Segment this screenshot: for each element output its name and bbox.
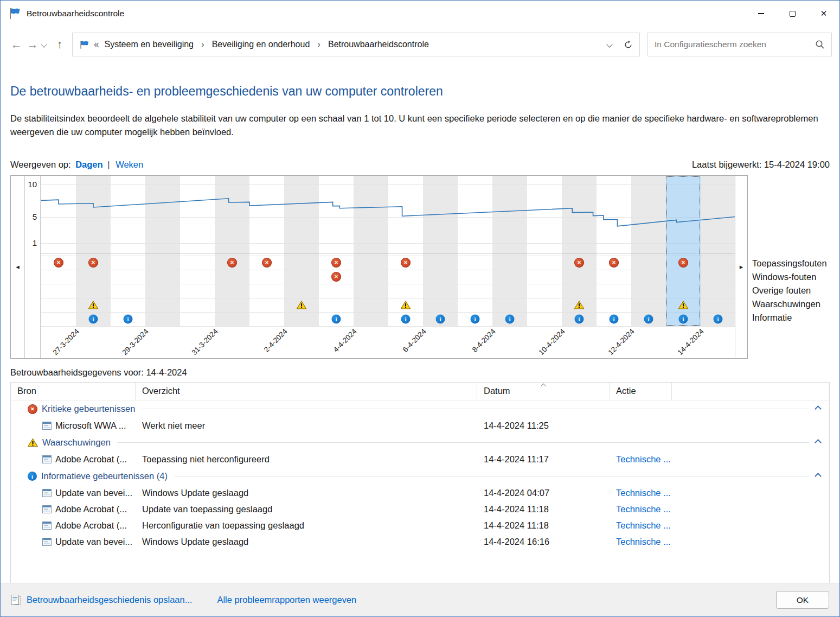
chart-row-gridline xyxy=(41,312,735,313)
event-source-cell: Adobe Acrobat (... xyxy=(11,504,136,514)
search-box[interactable] xyxy=(647,33,832,56)
forward-button[interactable]: → xyxy=(24,38,41,51)
minimize-button[interactable] xyxy=(745,1,777,27)
search-input[interactable] xyxy=(655,40,815,49)
details-table: Bron Overzicht Datum Actie ✕Kritieke geb… xyxy=(10,382,830,584)
ok-button[interactable]: OK xyxy=(776,591,829,609)
critical-event-icon: ✕ xyxy=(262,258,272,268)
group-divider-line xyxy=(142,409,809,409)
event-group-header[interactable]: iInformatieve gebeurtenissen (4) xyxy=(11,468,829,485)
event-row[interactable]: Adobe Acrobat (...Herconfiguratie van to… xyxy=(11,518,829,534)
reliability-flag-icon xyxy=(8,7,21,20)
y-axis-tick-label: 10 xyxy=(28,180,37,189)
critical-event-icon: ✕ xyxy=(54,258,63,268)
address-bar[interactable]: « Systeem en beveiliging › Beveiliging e… xyxy=(72,33,640,56)
reliability-monitor-window: Betrouwbaarheidscontrole ✕ ← → ↑ « Syste… xyxy=(0,0,840,617)
breadcrumb-item-reliability-monitor[interactable]: Betrouwbaarheidscontrole xyxy=(328,40,429,49)
column-header-overzicht[interactable]: Overzicht xyxy=(136,383,477,400)
event-date-cell: 14-4-2024 11:17 xyxy=(477,454,610,465)
event-source-text: Microsoft WWA ... xyxy=(55,421,126,431)
recent-pages-chevron-icon[interactable] xyxy=(41,41,47,47)
save-history-link[interactable]: Betrouwbaarheidsgeschiedenis opslaan... xyxy=(27,595,192,605)
application-window-icon xyxy=(42,538,52,546)
refresh-icon[interactable] xyxy=(624,40,633,49)
breadcrumb-item-system-and-security[interactable]: Systeem en beveiliging xyxy=(104,40,194,49)
control-panel-flag-icon xyxy=(79,40,89,50)
maximize-button[interactable] xyxy=(777,1,808,27)
application-window-icon xyxy=(42,521,52,530)
critical-event-icon: ✕ xyxy=(609,258,619,268)
event-row[interactable]: Adobe Acrobat (...Toepassing niet hercon… xyxy=(11,451,829,468)
information-icon: i xyxy=(679,314,688,323)
event-source-text: Update van bevei... xyxy=(55,488,132,498)
chart-scroll-right-button[interactable]: ▸ xyxy=(735,176,747,358)
event-date-cell: 14-4-2024 11:18 xyxy=(477,504,610,514)
technical-details-link[interactable]: Technische ... xyxy=(616,537,672,547)
view-options-row: Weergeven op: Dagen | Weken Laatst bijge… xyxy=(10,160,830,170)
chart-row-gridline xyxy=(41,256,735,256)
event-row[interactable]: Update van bevei...Windows Update geslaa… xyxy=(11,534,829,550)
report-icon xyxy=(11,594,21,606)
event-overview-cell: Herconfiguratie van toepassing geslaagd xyxy=(136,520,477,531)
application-window-icon xyxy=(42,489,52,497)
information-icon: i xyxy=(714,314,723,323)
view-days-link[interactable]: Dagen xyxy=(75,160,102,169)
chart-row-label: Informatie xyxy=(752,311,827,325)
critical-event-icon: ✕ xyxy=(28,404,37,414)
address-dropdown-chevron-icon[interactable] xyxy=(606,41,612,47)
close-button[interactable]: ✕ xyxy=(808,1,839,27)
technical-details-link[interactable]: Technische ... xyxy=(616,454,672,465)
warning-icon xyxy=(297,300,307,309)
breadcrumb-root-chevron[interactable]: « xyxy=(93,39,101,50)
event-date-cell: 14-4-2024 16:16 xyxy=(477,537,610,547)
event-row[interactable]: Microsoft WWA ...Werkt niet meer14-4-202… xyxy=(11,418,829,434)
search-icon[interactable] xyxy=(815,40,825,49)
technical-details-link[interactable]: Technische ... xyxy=(616,504,672,514)
chart-row-gridline xyxy=(41,270,735,270)
back-button[interactable]: ← xyxy=(8,38,24,51)
chart-row-label: Overige fouten xyxy=(752,284,827,297)
critical-event-icon: ✕ xyxy=(227,258,237,268)
warning-icon xyxy=(88,300,99,309)
critical-event-icon: ✕ xyxy=(401,258,411,268)
technical-details-link[interactable]: Technische ... xyxy=(616,488,672,498)
window-controls: ✕ xyxy=(745,1,839,27)
view-separator: | xyxy=(107,160,110,169)
event-group-header[interactable]: ✕Kritieke gebeurtenissen xyxy=(11,400,829,418)
event-source-text: Update van bevei... xyxy=(55,537,132,547)
event-source-cell: Update van bevei... xyxy=(11,488,136,498)
chart-row-label: Windows-fouten xyxy=(752,270,827,284)
event-date-cell: 14-4-2024 04:07 xyxy=(477,488,610,498)
view-weeks-link[interactable]: Weken xyxy=(116,160,143,169)
up-button[interactable]: ↑ xyxy=(52,38,68,51)
window-title: Betrouwbaarheidscontrole xyxy=(27,9,124,18)
chart-plot: ✕✕✕✕✕✕✕✕✕✕iiiiiiiiiiii27-3-202429-3-2024… xyxy=(41,176,735,358)
collapse-chevron-icon[interactable] xyxy=(815,473,822,480)
event-date-cell: 14-4-2024 11:25 xyxy=(477,421,610,431)
view-all-reports-link[interactable]: Alle probleemrapporten weergeven xyxy=(217,595,356,605)
navigation-bar: ← → ↑ « Systeem en beveiliging › Beveili… xyxy=(1,27,839,62)
column-header-datum-label: Datum xyxy=(484,386,510,396)
event-row[interactable]: Update van bevei...Windows Update geslaa… xyxy=(11,485,829,501)
column-header-bron[interactable]: Bron xyxy=(11,383,136,400)
chart-row-label: Waarschuwingen xyxy=(752,297,827,311)
group-divider-line xyxy=(117,442,809,443)
footer-bar: Betrouwbaarheidsgeschiedenis opslaan... … xyxy=(1,583,839,616)
collapse-chevron-icon[interactable] xyxy=(815,405,822,412)
minimize-icon xyxy=(758,13,764,14)
event-group-header[interactable]: Waarschuwingen xyxy=(11,434,829,451)
event-source-cell: Adobe Acrobat (... xyxy=(11,454,136,465)
chart-separator-line xyxy=(41,253,735,253)
column-header-actie[interactable]: Actie xyxy=(610,383,672,400)
collapse-chevron-icon[interactable] xyxy=(815,439,822,446)
technical-details-link[interactable]: Technische ... xyxy=(616,520,672,531)
information-icon: i xyxy=(471,314,480,323)
event-source-cell: Adobe Acrobat (... xyxy=(11,520,136,531)
event-group-label: Kritieke gebeurtenissen xyxy=(42,404,135,414)
chart-scroll-left-button[interactable]: ◂ xyxy=(11,176,25,358)
information-icon: i xyxy=(89,314,98,323)
event-row[interactable]: Adobe Acrobat (...Update van toepassing … xyxy=(11,501,829,518)
last-updated-label: Laatst bijgewerkt: 15-4-2024 19:00 xyxy=(692,160,830,170)
breadcrumb-item-security-maintenance[interactable]: Beveiliging en onderhoud xyxy=(212,40,310,49)
column-header-datum[interactable]: Datum xyxy=(477,383,610,400)
